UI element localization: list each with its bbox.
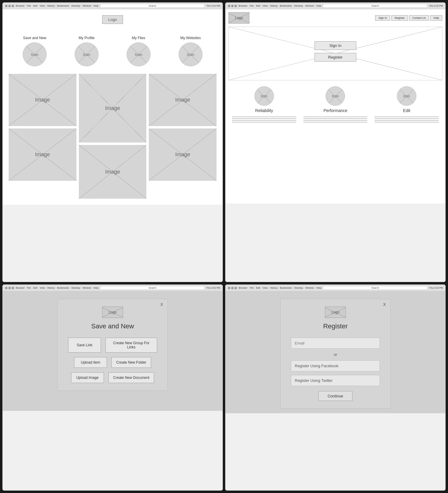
menu2-edit[interactable]: Edit [256,4,260,7]
image-5: Image [79,145,147,199]
register-close-button[interactable]: X [383,302,386,307]
modal-close-button[interactable]: X [160,302,163,307]
nav-label-files: My Files [132,36,145,40]
feature-lines-reliability [232,117,296,123]
minimize-dot-2 [231,5,234,7]
menu3-window[interactable]: Window [83,287,91,289]
menu2-bookmarks[interactable]: Bookmarks [280,4,292,7]
w2-nav-buttons: Sign In Register Contact Us Help [375,15,442,21]
nav-my-profile[interactable]: My Profile Icon [75,36,99,66]
menu-bookmarks[interactable]: Bookmarks [57,4,69,7]
menu2-help[interactable]: Help [316,4,321,7]
menu4-edit[interactable]: Edit [256,287,260,289]
menu2-develop[interactable]: Develop [294,4,303,7]
menu-bar-2: Browser File Edit View History Bookmarks… [239,4,321,7]
menu3-edit[interactable]: Edit [33,287,37,289]
menu-window[interactable]: Window [83,4,91,7]
continue-button[interactable]: Continue [318,391,352,401]
menu3-develop[interactable]: Develop [71,287,80,289]
menu-browser[interactable]: Browser [16,4,24,7]
minimize-dot-3 [8,287,11,289]
facebook-register-button[interactable]: Register Using Facebook [291,360,380,371]
menu3-bookmarks[interactable]: Bookmarks [57,287,69,289]
maximize-dot-2 [234,5,237,7]
image-4: Image [9,128,76,181]
menu3-browser[interactable]: Browser [16,287,24,289]
menu3-history[interactable]: History [47,287,55,289]
nav-btn-contact[interactable]: Contact Us [409,15,429,21]
search-bar-4[interactable]: Search [323,286,427,290]
modal-logo: Logo [102,307,123,318]
maximize-dot-3 [12,287,14,289]
nav-my-files[interactable]: My Files Icon [127,36,151,66]
create-group-links-button[interactable]: Create New Group For Links [105,338,157,353]
search-bar-1[interactable]: Search [100,4,205,8]
nav-save-and-new[interactable]: Save and New Icon [23,36,47,66]
wireframe-2-content: Logo Sign In Register Contact Us Help Si… [225,9,445,203]
search-bar-3[interactable]: Search [100,286,205,290]
icon-reliability: Icon [254,86,274,106]
menu-edit[interactable]: Edit [33,4,37,7]
or-divider: or [291,352,380,357]
register-modal: X Logo Register or Register Using Facebo… [280,299,391,409]
minimize-dot [8,5,11,7]
hero-signin-button[interactable]: Sign In [314,41,356,50]
wireframe-2-window: Browser File Edit View History Bookmarks… [225,2,446,282]
create-folder-button[interactable]: Create New Folder [111,357,151,368]
logo-area: Logo [9,15,217,30]
window-controls [5,5,14,7]
nav-btn-help[interactable]: Help [430,15,442,21]
wireframe-3-window: Browser File Edit View History Bookmarks… [2,284,223,491]
menu4-history[interactable]: History [270,287,277,289]
nav-btn-register[interactable]: Register [391,15,408,21]
wireframe-1-content: Logo Save and New Icon My Profile Icon M… [3,9,223,205]
email-input[interactable] [291,338,380,349]
label-reliability: Reliability [255,108,273,113]
create-document-button[interactable]: Create New Document [108,372,154,383]
image-grid: Image Image Image Image Image Image [9,74,217,199]
nav-label-profile: My Profile [79,36,94,40]
menu-help[interactable]: Help [93,4,98,7]
menu2-view[interactable]: View [263,4,268,7]
menu-file[interactable]: File [27,4,31,7]
nav-btn-signin[interactable]: Sign In [375,15,390,21]
time-display-1: Thu 2:22 PM [206,4,220,7]
modal-title: Save and New [68,322,157,330]
nav-label-save: Save and New [23,36,46,40]
image-3: Image [149,74,217,126]
save-link-button[interactable]: Save Link [68,338,101,353]
menu3-view[interactable]: View [40,287,45,289]
upload-image-button[interactable]: Upload Image [71,372,104,383]
image-1: Image [9,74,76,126]
menu4-help[interactable]: Help [316,287,321,289]
image-6: Image [149,128,217,181]
menu4-bookmarks[interactable]: Bookmarks [280,287,292,289]
hero-register-button[interactable]: Register [314,53,356,62]
menu4-browser[interactable]: Browser [239,287,247,289]
menu4-window[interactable]: Window [306,287,314,289]
menu4-develop[interactable]: Develop [294,287,303,289]
search-bar-2[interactable]: Search [323,4,427,8]
upload-item-button[interactable]: Upload Item [74,357,107,368]
menu4-view[interactable]: View [263,287,268,289]
menu-view[interactable]: View [40,4,45,7]
menu-develop[interactable]: Develop [71,4,80,7]
wireframe-4-content: X Logo Register or Register Using Facebo… [225,291,445,413]
menu-history[interactable]: History [47,4,55,7]
close-dot-4 [228,287,230,289]
twitter-register-button[interactable]: Register Using Twitter [291,375,380,386]
menu2-history[interactable]: History [270,4,277,7]
menu3-file[interactable]: File [27,287,31,289]
close-dot-3 [5,287,7,289]
modal-logo-area: Logo [68,307,157,318]
nav-my-websites[interactable]: My Websites Icon [179,36,202,66]
feature-lines-performance [303,117,368,123]
menu2-browser[interactable]: Browser [239,4,247,7]
menu4-file[interactable]: File [250,287,254,289]
wireframe-3-content: X Logo Save and New Save Link Create New… [3,291,223,411]
menu2-window[interactable]: Window [306,4,314,7]
menu3-help[interactable]: Help [93,287,98,289]
w2-signin-box: Sign In Register [314,41,356,62]
menu2-file[interactable]: File [250,4,254,7]
maximize-dot [12,5,14,7]
